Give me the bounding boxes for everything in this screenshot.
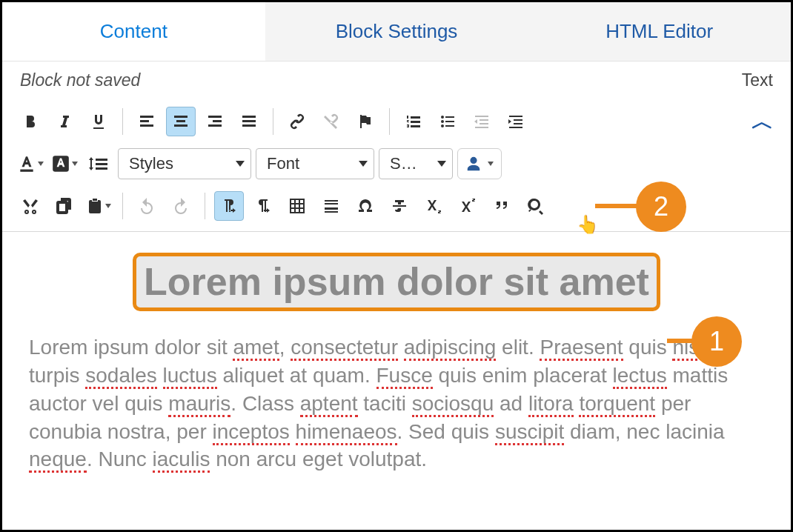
separator (205, 193, 205, 219)
background-color-button[interactable] (50, 149, 79, 179)
heading-text[interactable]: Lorem ipsum dolor sit amet (144, 260, 649, 303)
svg-rect-3 (20, 170, 33, 172)
separator (122, 108, 123, 135)
link-button[interactable] (282, 107, 312, 136)
bold-button[interactable] (16, 107, 45, 136)
separator (122, 193, 123, 219)
caret-down-icon (488, 162, 494, 166)
find-button[interactable] (521, 191, 551, 221)
content-area[interactable]: Lorem ipsum dolor sit amet Lorem ipsum d… (2, 231, 791, 473)
align-right-button[interactable] (200, 107, 230, 136)
size-label: S… (390, 154, 417, 173)
copy-button[interactable] (50, 191, 79, 221)
body-paragraph[interactable]: Lorem ipsum dolor sit amet, consectetur … (29, 333, 764, 473)
superscript-button[interactable] (453, 191, 482, 221)
text-color-button[interactable] (16, 149, 45, 179)
paste-button[interactable] (84, 191, 113, 221)
align-justify-button[interactable] (234, 107, 264, 136)
align-left-button[interactable] (132, 107, 162, 136)
tab-block-settings[interactable]: Block Settings (265, 2, 528, 61)
ltr-button[interactable] (214, 191, 244, 221)
caret-down-icon (38, 162, 44, 166)
toolbar-row-2: Styles Font S… (16, 142, 777, 185)
table-button[interactable] (282, 191, 312, 221)
chevron-up-icon: ︿ (751, 107, 774, 137)
caret-down-icon (359, 161, 368, 167)
font-dropdown[interactable]: Font (256, 148, 374, 179)
caret-down-icon (236, 161, 245, 167)
caret-down-icon (105, 204, 111, 208)
save-status: Block not saved (20, 70, 140, 90)
block-type-label: Text (742, 70, 773, 90)
subscript-button[interactable] (419, 191, 448, 221)
svg-point-0 (441, 116, 444, 119)
tab-content[interactable]: Content (2, 2, 265, 61)
special-char-button[interactable] (351, 191, 380, 221)
heading-highlight-box: Lorem ipsum dolor sit amet (133, 253, 660, 311)
font-size-dropdown[interactable]: S… (379, 148, 453, 179)
svg-point-1 (441, 120, 444, 123)
redo-button[interactable] (166, 191, 196, 221)
styles-dropdown[interactable]: Styles (118, 148, 251, 179)
blockquote-button[interactable] (487, 191, 517, 221)
line-height-button[interactable] (84, 149, 113, 179)
align-center-button[interactable] (166, 107, 196, 136)
editor-frame: Content Block Settings HTML Editor Block… (0, 0, 793, 532)
personalization-button[interactable] (457, 148, 502, 179)
indent-button[interactable] (501, 107, 531, 136)
styles-label: Styles (129, 154, 173, 173)
undo-button[interactable] (132, 191, 162, 221)
horizontal-rule-button[interactable] (316, 191, 346, 221)
numbered-list-button[interactable] (399, 107, 428, 136)
italic-button[interactable] (50, 107, 79, 136)
tab-bar: Content Block Settings HTML Editor (2, 2, 791, 61)
collapse-toolbar-button[interactable]: ︿ (748, 107, 777, 136)
person-icon (465, 156, 482, 172)
bullet-list-button[interactable] (433, 107, 462, 136)
strikethrough-button[interactable] (385, 191, 414, 221)
unlink-button[interactable] (316, 107, 346, 136)
separator (273, 108, 273, 135)
cursor-hand-icon: 👆 (577, 214, 599, 235)
annotation-badge-2: 2 (636, 182, 686, 232)
caret-down-icon (72, 162, 78, 166)
svg-point-2 (441, 124, 444, 127)
outdent-button[interactable] (467, 107, 497, 136)
annotation-connector (595, 204, 640, 208)
rtl-button[interactable] (248, 191, 278, 221)
tab-html-editor[interactable]: HTML Editor (528, 2, 791, 61)
caret-down-icon (437, 161, 446, 167)
underline-button[interactable] (84, 107, 113, 136)
status-bar: Block not saved Text (2, 61, 791, 96)
toolbar-row-1: ︿ (16, 101, 777, 142)
cut-button[interactable] (16, 191, 45, 221)
font-label: Font (267, 154, 299, 173)
flag-button[interactable] (351, 107, 380, 136)
separator (389, 108, 390, 135)
annotation-badge-1: 1 (691, 316, 742, 367)
